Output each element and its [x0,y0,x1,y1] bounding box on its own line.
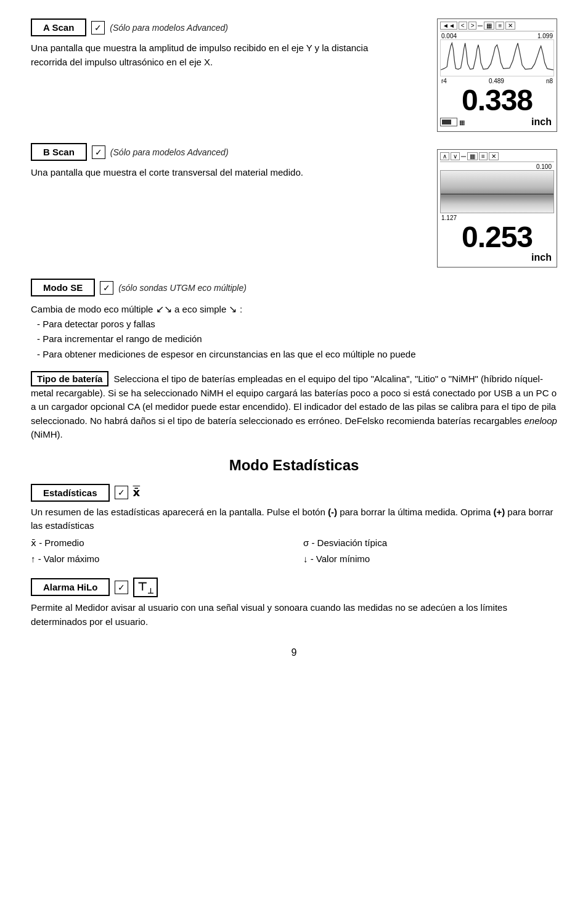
alarma-section: Alarma HiLo ✓ ⊤⊥ Permite al Medidor avis… [31,578,557,629]
ascan-range-labels: 0.004 1.099 [440,33,554,39]
stat-xbar: x̄ - Promedio [31,536,285,550]
ascan-r4: r4 [441,78,447,84]
tipo-bateria-section: Tipo de bateríaSelecciona el tipo de bat… [31,372,557,442]
bullet-3: Para obtener mediciones de espesor en ci… [37,348,557,362]
ascan-reading: 0.338 [440,86,554,115]
tipo-bateria-header: Tipo de bateríaSelecciona el tipo de bat… [31,372,557,442]
bscan-check: ✓ [92,145,105,159]
estadisticas-section: Estadísticas ✓ x̄ Un resumen de las esta… [31,484,557,566]
toolbar-btn-lt[interactable]: < [459,22,467,30]
bscan-toolbar-eq[interactable]: ≡ [479,152,488,160]
estadisticas-xbar: x̄ [133,486,141,499]
toolbar-sep1 [478,25,483,27]
ascan-device: ◄◄ < > ▦ ≡ ✕ 0.004 1.099 r4 0.489 n8 0.3… [437,18,557,132]
toolbar-btn-eq[interactable]: ≡ [496,22,504,30]
modo-se-section: Modo SE ✓ (sólo sondas UTGM eco múltiple… [31,279,557,361]
modo-se-arrows-multi: ↙↘ [156,304,174,314]
bscan-body: Una pantalla que muestra el corte transv… [31,166,376,180]
bscan-label: B Scan [31,143,87,161]
ascan-toolbar: ◄◄ < > ▦ ≡ ✕ [440,22,554,31]
bscan-note: (Sólo para modelos Advanced) [110,147,229,157]
bscan-toolbar: ∧ ∨ ▦ ≡ ✕ [440,152,554,162]
bscan-section: B Scan ✓ (Sólo para modelos Advanced) Un… [31,143,557,268]
bscan-reading: 0.253 [440,223,554,252]
bscan-header: B Scan ✓ (Sólo para modelos Advanced) [31,143,376,161]
estadisticas-minus: (-) [328,507,337,517]
estadisticas-header: Estadísticas ✓ x̄ [31,484,557,502]
stat-max: ↑ - Valor máximo [31,552,285,566]
toolbar-btn-prev[interactable]: ◄◄ [440,22,457,30]
ascan-n8: n8 [546,78,553,84]
alarma-label: Alarma HiLo [31,578,110,596]
bscan-scan-area [440,170,554,213]
alarma-header: Alarma HiLo ✓ ⊤⊥ [31,578,557,598]
modo-se-intro: Cambia de modo eco múltiple [31,304,153,314]
tipo-bateria-end: (NiMH). [31,429,63,439]
modo-se-bullets: Para detectar poros y fallas Para increm… [31,317,557,362]
estadisticas-mid: para borrar la última medida. Oprima [340,507,491,517]
bscan-unit: inch [440,252,554,263]
bscan-top-val: 0.100 [440,163,554,170]
estadisticas-check: ✓ [115,486,128,499]
ascan-header: A Scan ✓ (Sólo para modelos Advanced) [31,18,376,36]
modo-se-check: ✓ [100,281,113,295]
bscan-left: B Scan ✓ (Sólo para modelos Advanced) Un… [31,143,376,180]
alarma-body: Permite al Medidor avisar al usuario con… [31,601,557,629]
ascan-min-val: 0.004 [441,33,457,39]
toolbar-btn-gt[interactable]: > [468,22,477,30]
estadisticas-plus: (+) [493,507,505,517]
modo-se-header: Modo SE ✓ (sólo sondas UTGM eco múltiple… [31,279,557,296]
bscan-device: ∧ ∨ ▦ ≡ ✕ 0.100 1.127 0.253 inch [437,149,557,268]
ascan-left: A Scan ✓ (Sólo para modelos Advanced) Un… [31,18,376,69]
bscan-line [441,194,553,195]
bscan-toolbar-x[interactable]: ✕ [489,152,499,160]
alarma-check: ✓ [115,581,128,594]
bscan-gradient [441,171,553,213]
modo-se-text-mid: a eco simple [174,304,226,314]
ascan-max-val: 1.099 [537,33,553,39]
stats-grid: x̄ - Promedio σ - Desviación típica ↑ - … [31,536,557,566]
bscan-toolbar-up[interactable]: ∧ [440,152,449,160]
modo-se-arrow-simple: ↘ [229,304,239,314]
modo-se-note: (sólo sondas UTGM eco múltiple) [118,283,247,293]
tipo-bateria-italic: eneloop [524,415,557,426]
estadisticas-intro: Un resumen de las estadísticas aparecerá… [31,507,325,517]
tipo-bateria-label: Tipo de batería [31,371,108,386]
ascan-body: Una pantalla que muestra la amplitud de … [31,41,376,69]
modo-estadisticas-title: Modo Estadísticas [31,457,557,474]
ascan-check: ✓ [91,21,105,35]
modo-se-label: Modo SE [31,279,95,296]
bullet-1: Para detectar poros y fallas [37,317,557,332]
ascan-battery-icon: ▦ [459,119,465,126]
ascan-bottom: ▦ inch [440,116,554,128]
toolbar-btn-grid[interactable]: ▦ [484,22,494,30]
bscan-toolbar-grid[interactable]: ▦ [467,152,478,160]
modo-se-colon: : [240,304,242,314]
bscan-toolbar-sep [461,156,466,157]
stat-min: ↓ - Valor mínimo [303,552,557,566]
estadisticas-label: Estadísticas [31,484,110,502]
modo-se-body: Cambia de modo eco múltiple ↙↘ a eco sim… [31,301,557,317]
stat-sigma: σ - Desviación típica [303,536,557,550]
ascan-wave [440,39,554,76]
alarma-hilo-icon: ⊤⊥ [133,578,158,598]
bullet-2: Para incrementar el rango de medición [37,332,557,346]
bscan-toolbar-down[interactable]: ∨ [451,152,460,160]
page-number: 9 [31,647,557,658]
ascan-note: (Sólo para modelos Advanced) [110,23,228,33]
toolbar-btn-x[interactable]: ✕ [505,22,515,30]
tipo-bateria-body: Selecciona el tipo de baterías empleadas… [31,374,557,426]
ascan-unit: inch [531,116,554,128]
estadisticas-body: Un resumen de las estadísticas aparecerá… [31,505,557,533]
ascan-label: A Scan [31,18,86,36]
ascan-section: A Scan ✓ (Sólo para modelos Advanced) Un… [31,18,557,132]
